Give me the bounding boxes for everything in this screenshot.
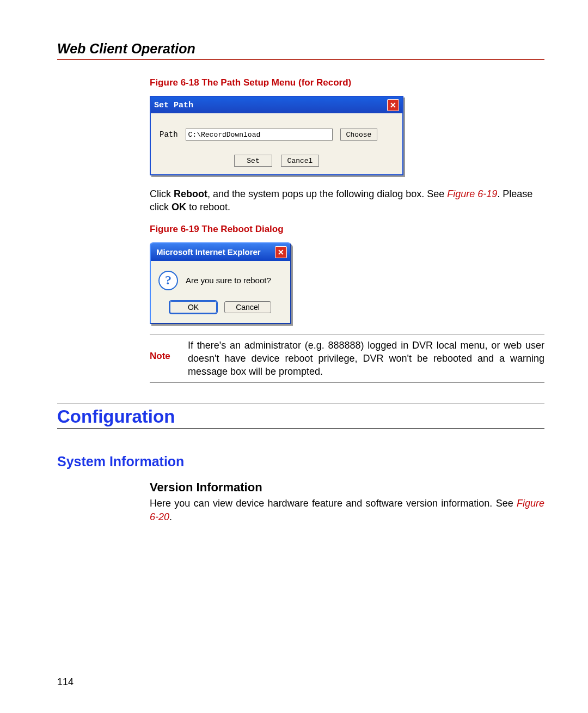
page-number: 114 [57, 677, 74, 688]
text: Click [150, 188, 174, 199]
path-input[interactable] [186, 129, 333, 141]
divider [57, 404, 544, 404]
divider [150, 382, 544, 383]
configuration-heading: Configuration [57, 406, 544, 429]
text: to reboot. [186, 202, 230, 212]
text-bold: Reboot [174, 188, 207, 199]
ok-button[interactable]: OK [170, 301, 217, 313]
figure-reference: Figure 6-19 [447, 188, 497, 199]
set-button[interactable]: Set [234, 155, 272, 167]
cancel-button[interactable]: Cancel [224, 301, 271, 313]
note-text: If there's an administrator (e.g. 888888… [188, 339, 544, 379]
close-icon[interactable]: ✕ [275, 246, 287, 258]
path-label: Path [160, 130, 178, 139]
note-block: Note If there's an administrator (e.g. 8… [150, 339, 544, 379]
choose-button[interactable]: Choose [340, 129, 378, 141]
set-path-title-text: Set Path [154, 101, 193, 110]
version-text: Here you can view device hardware featur… [150, 497, 544, 523]
note-label: Note [150, 339, 178, 362]
set-path-dialog: Set Path ✕ Path Choose Set Cancel [150, 96, 403, 175]
reboot-message: Are you sure to reboot? [186, 276, 271, 285]
text: Here you can view device hardware featur… [150, 498, 517, 509]
text: , and the system pops up the following d… [207, 188, 447, 199]
reboot-titlebar: Microsoft Internet Explorer ✕ [151, 243, 290, 261]
close-icon[interactable]: ✕ [387, 99, 399, 111]
text: . [169, 511, 172, 522]
figure-6-18-caption: Figure 6-18 The Path Setup Menu (for Rec… [150, 77, 544, 88]
divider [150, 334, 544, 334]
text-bold: OK [171, 202, 186, 212]
system-information-heading: System Information [57, 454, 544, 470]
reboot-dialog: Microsoft Internet Explorer ✕ ? Are you … [150, 242, 291, 324]
version-information-heading: Version Information [150, 480, 544, 495]
reboot-title-text: Microsoft Internet Explorer [156, 247, 261, 257]
cancel-button[interactable]: Cancel [281, 155, 319, 167]
question-icon: ? [158, 271, 178, 290]
paragraph-reboot: Click Reboot, and the system pops up the… [150, 187, 544, 214]
page-header: Web Client Operation [57, 41, 544, 60]
figure-6-19-caption: Figure 6-19 The Reboot Dialog [150, 224, 544, 235]
set-path-titlebar: Set Path ✕ [151, 97, 402, 113]
